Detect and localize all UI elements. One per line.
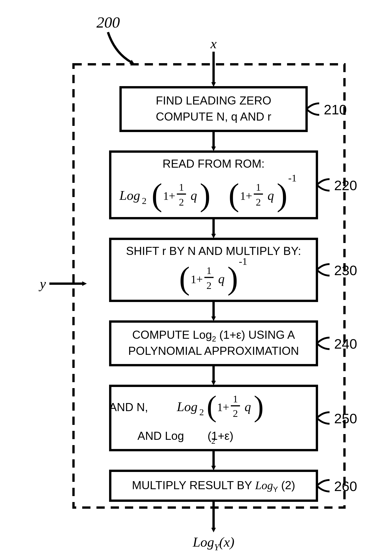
svg-rect-28 — [110, 322, 317, 365]
block-210-line2: COMPUTE N, q AND r — [156, 110, 271, 123]
svg-text:AND N,: AND N, — [109, 401, 148, 414]
svg-text:1+: 1+ — [163, 189, 175, 202]
svg-text:q: q — [218, 272, 224, 286]
ref-220: 220 — [334, 178, 357, 193]
ref-240: 240 — [334, 336, 357, 352]
flowchart-diagram: 200 x y FIND LEADING ZERO COMPUTE N, q A… — [0, 0, 392, 559]
ref-260: 260 — [334, 479, 357, 494]
svg-text:q: q — [244, 400, 251, 414]
svg-text:2: 2 — [256, 196, 261, 208]
ref-230: 230 — [334, 263, 357, 278]
block-210-line1: FIND LEADING ZERO — [156, 94, 271, 107]
svg-text:): ) — [227, 260, 238, 296]
ref-210: 210 — [324, 102, 347, 117]
svg-text:-1: -1 — [288, 172, 297, 184]
block-230: SHIFT r BY N AND MULTIPLY BY: ( 1+ 1 2 q… — [110, 239, 317, 301]
svg-text:1+: 1+ — [240, 189, 252, 202]
block-260-line1: MULTIPLY RESULT BY LogY (2) — [132, 479, 295, 494]
svg-text:1+: 1+ — [217, 401, 229, 414]
svg-text:2: 2 — [179, 196, 184, 208]
svg-text:Log: Log — [177, 399, 197, 414]
svg-text:): ) — [254, 390, 264, 423]
input-x-label: x — [210, 36, 217, 51]
svg-rect-0 — [121, 87, 307, 131]
diagram-ref: 200 — [96, 14, 120, 31]
svg-text:(1+ε): (1+ε) — [208, 429, 233, 442]
block-210: FIND LEADING ZERO COMPUTE N, q AND r — [121, 87, 307, 131]
svg-text:1: 1 — [256, 182, 261, 193]
svg-text:): ) — [277, 177, 288, 213]
svg-text:(: ( — [151, 177, 162, 213]
svg-text:AND Log: AND Log — [138, 429, 184, 442]
svg-text:Log: Log — [119, 188, 140, 203]
block-220: READ FROM ROM: Log 2 ( 1+ 1 2 q ) ( 1+ 1… — [110, 152, 317, 218]
svg-text:1: 1 — [233, 393, 238, 405]
svg-text:q: q — [191, 188, 197, 203]
svg-text:): ) — [200, 177, 211, 213]
block-230-line1: SHIFT r BY N AND MULTIPLY BY: — [126, 245, 301, 257]
ref-250: 250 — [334, 411, 357, 426]
svg-text:(: ( — [179, 260, 190, 296]
svg-text:1: 1 — [206, 265, 212, 276]
block-240: COMPUTE Log2 (1+ε) USING A POLYNOMIAL AP… — [110, 322, 317, 365]
svg-text:(: ( — [207, 390, 216, 423]
svg-text:1+: 1+ — [191, 273, 203, 286]
svg-text:1: 1 — [179, 182, 184, 193]
svg-text:2: 2 — [142, 196, 147, 206]
input-y-label: y — [38, 276, 46, 291]
output-label: LogY(x) — [192, 534, 234, 552]
ref-arrow-200 — [108, 32, 131, 62]
block-260: MULTIPLY RESULT BY LogY (2) — [110, 471, 317, 501]
svg-text:2: 2 — [206, 280, 212, 291]
svg-text:2: 2 — [233, 408, 238, 419]
svg-text:-1: -1 — [239, 256, 247, 267]
svg-text:2: 2 — [199, 407, 204, 417]
svg-text:q: q — [268, 188, 274, 203]
svg-text:(: ( — [228, 177, 239, 213]
block-240-line2: POLYNOMIAL APPROXIMATION — [128, 345, 299, 357]
block-250: AND N, Log 2 ( 1+ 1 2 q ) AND Log 2 (1+ε… — [109, 386, 317, 450]
block-220-line1: READ FROM ROM: — [163, 157, 265, 170]
